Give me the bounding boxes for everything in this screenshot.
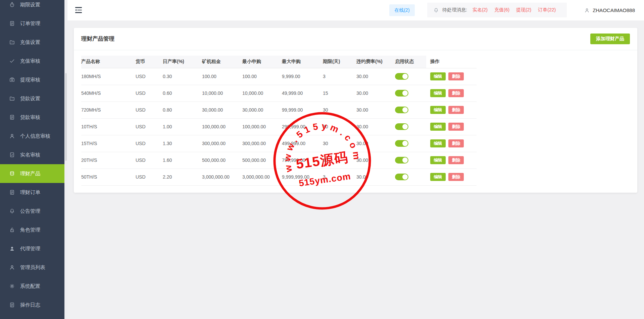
cell-product-name: 15TH/S — [81, 135, 136, 152]
column-header-6: 期限(天) — [323, 56, 356, 68]
cell-daily-rate: 1.00 — [163, 118, 202, 135]
cell-min-purchase: 100,000.00 — [242, 118, 282, 135]
cell-penalty-rate: 30.00 — [356, 135, 395, 152]
delete-button[interactable]: 删除 — [448, 139, 464, 147]
sidebar-item-label: 订单管理 — [20, 20, 40, 27]
cell-machine-rent: 100.00 — [202, 68, 242, 85]
sidebar-item-7[interactable]: 个人信息审核 — [0, 127, 64, 145]
enable-toggle[interactable] — [395, 157, 408, 164]
sidebar-item-4[interactable]: 提现审核 — [0, 70, 64, 89]
unlock-icon — [9, 227, 15, 233]
edit-button[interactable]: 编辑 — [430, 173, 446, 181]
edit-button[interactable]: 编辑 — [430, 89, 446, 97]
sidebar-item-label: 充值设置 — [20, 39, 40, 46]
cell-product-name: 180MH/S — [81, 68, 136, 85]
sidebar-item-3[interactable]: 充值审核 — [0, 52, 64, 70]
cell-period-days: 3 — [323, 68, 356, 85]
sidebar-item-1[interactable]: 订单管理 — [0, 14, 64, 33]
sidebar-item-label: 公告管理 — [20, 208, 40, 214]
cell-currency: USD — [136, 118, 163, 135]
delete-button[interactable]: 删除 — [448, 106, 464, 114]
edit-button[interactable]: 编辑 — [430, 139, 446, 147]
sidebar-item-label: 操作日志 — [20, 302, 40, 308]
delete-button[interactable]: 删除 — [448, 173, 464, 181]
sidebar-item-label: 实名审核 — [20, 152, 40, 158]
cell-penalty-rate: 30.00 — [356, 85, 395, 102]
edit-button[interactable]: 编辑 — [430, 106, 446, 114]
enable-toggle[interactable] — [395, 90, 408, 97]
table-head: 产品名称货币日产率(%)矿机租金最小申购最大申购期限(天)违约费率(%)启用状态… — [81, 56, 477, 68]
sidebar-item-8[interactable]: 实名审核 — [0, 145, 64, 164]
pending-realname-link[interactable]: 实名(2) — [473, 7, 488, 13]
enable-toggle[interactable] — [395, 140, 408, 147]
enable-toggle[interactable] — [395, 123, 408, 130]
sidebar-item-label: 角色管理 — [20, 227, 40, 233]
cell-status — [395, 118, 426, 135]
sidebar-scrollbar-thumb[interactable] — [65, 73, 67, 161]
sidebar-item-5[interactable]: 贷款设置 — [0, 89, 64, 108]
document-icon — [9, 114, 15, 120]
cell-max-purchase: 49,999.00 — [282, 85, 323, 102]
edit-button[interactable]: 编辑 — [430, 156, 446, 164]
cell-min-purchase: 10,000.00 — [242, 85, 282, 102]
cell-penalty-rate: 30.00 — [356, 118, 395, 135]
column-header-5: 最大申购 — [282, 56, 323, 68]
gear-icon — [9, 283, 15, 289]
sidebar-item-14[interactable]: 管理员列表 — [0, 258, 64, 277]
sidebar-item-label: 充值审核 — [20, 58, 40, 64]
cell-machine-rent: 300,000.00 — [202, 135, 242, 152]
sidebar-item-label: 系统配置 — [20, 283, 40, 290]
pending-withdraw-link[interactable]: 提现(2) — [516, 7, 531, 13]
collapse-sidebar-icon[interactable] — [75, 7, 82, 13]
edit-button[interactable]: 编辑 — [430, 72, 446, 80]
edit-button[interactable]: 编辑 — [430, 123, 446, 131]
sidebar-item-label: 理财订单 — [20, 189, 40, 196]
add-product-button[interactable]: 添加理财产品 — [590, 34, 630, 44]
toggle-knob — [402, 174, 408, 180]
toggle-knob — [402, 107, 408, 113]
document-icon — [9, 302, 15, 308]
bell-icon — [9, 208, 15, 214]
cell-max-purchase: 9,999,999.00 — [282, 169, 323, 185]
sidebar-item-13[interactable]: 代理管理 — [0, 239, 64, 258]
folder-icon — [9, 95, 15, 102]
cell-product-name: 20TH/S — [81, 152, 136, 169]
sidebar-item-0[interactable]: 期限设置 — [0, 0, 64, 14]
pending-orders-link[interactable]: 订单(22) — [538, 7, 556, 13]
toggle-knob — [402, 141, 408, 146]
cell-max-purchase: 799,999.00 — [282, 152, 323, 169]
cell-actions: 编辑删除 — [426, 85, 477, 102]
delete-button[interactable]: 删除 — [448, 156, 464, 164]
enable-toggle[interactable] — [395, 174, 408, 180]
cell-product-name: 10TH/S — [81, 118, 136, 135]
delete-button[interactable]: 删除 — [448, 89, 464, 97]
delete-button[interactable]: 删除 — [448, 123, 464, 131]
delete-button[interactable]: 删除 — [448, 72, 464, 80]
enable-toggle[interactable] — [395, 107, 408, 113]
hamburger-bar — [75, 12, 82, 13]
card-header: 理财产品管理 添加理财产品 — [74, 28, 637, 50]
enable-toggle[interactable] — [395, 73, 408, 80]
sidebar-item-10[interactable]: 理财订单 — [0, 183, 64, 202]
toggle-knob — [402, 74, 408, 79]
column-header-2: 日产率(%) — [163, 56, 202, 68]
sidebar-item-11[interactable]: 公告管理 — [0, 202, 64, 220]
cell-min-purchase: 500,000.00 — [242, 152, 282, 169]
online-count-badge[interactable]: 在线(2) — [389, 4, 415, 16]
check-icon — [9, 58, 15, 64]
sidebar-item-9[interactable]: 理财产品 — [0, 164, 64, 183]
hamburger-bar — [75, 7, 82, 8]
sidebar-item-15[interactable]: 系统配置 — [0, 277, 64, 296]
sidebar-item-16[interactable]: 操作日志 — [0, 296, 64, 314]
pending-messages-bar: 待处理消息: 实名(2) 充值(6) 提现(2) 订单(22) — [427, 3, 567, 17]
sidebar-item-6[interactable]: 贷款审核 — [0, 108, 64, 127]
sidebar-item-2[interactable]: 充值设置 — [0, 33, 64, 52]
cell-actions: 编辑删除 — [426, 169, 477, 185]
cell-status — [395, 152, 426, 169]
cell-product-name: 540MH/S — [81, 85, 136, 102]
cell-machine-rent: 30,000.00 — [202, 102, 242, 118]
user-menu[interactable]: ZHAOCAIMAO888 — [584, 0, 635, 20]
pending-recharge-link[interactable]: 充值(6) — [494, 7, 509, 13]
sidebar-menu: 期限设置订单管理充值设置充值审核提现审核贷款设置贷款审核个人信息审核实名审核理财… — [0, 0, 64, 314]
sidebar-item-12[interactable]: 角色管理 — [0, 220, 64, 239]
